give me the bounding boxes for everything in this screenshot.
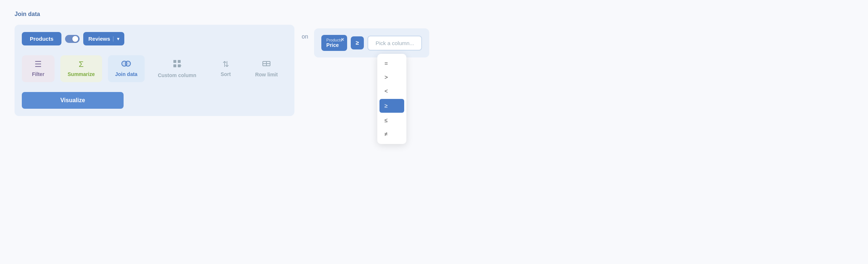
row-limit-tool[interactable]: Row limit (248, 55, 285, 83)
operator-button[interactable]: ≥ (351, 36, 364, 49)
filter-icon: ☰ (35, 60, 42, 68)
custom-column-tool[interactable]: + Custom column (150, 54, 204, 83)
chip-main-label: Price (326, 42, 339, 48)
products-button[interactable]: Products (22, 32, 61, 45)
custom-column-icon: + (173, 59, 181, 69)
sort-icon: ⇅ (222, 60, 229, 68)
summarize-tool[interactable]: Σ Summarize (60, 55, 102, 82)
products-price-chip[interactable]: Products Price ✕ (321, 35, 347, 51)
main-layout: Products Reviews ▾ ☰ Filter Σ Summarize (15, 25, 853, 116)
custom-column-label: Custom column (158, 72, 196, 78)
sort-label: Sort (221, 71, 231, 77)
svg-text:+: + (180, 64, 181, 68)
left-panel: Products Reviews ▾ ☰ Filter Σ Summarize (15, 25, 294, 116)
row-limit-label: Row limit (255, 72, 278, 77)
join-condition-area: Products Price ✕ ≥ Pick a column... = > … (314, 28, 429, 57)
reviews-chevron-icon: ▾ (113, 36, 119, 41)
joindata-tool[interactable]: Join data (108, 55, 145, 82)
tools-row: ☰ Filter Σ Summarize Join data (22, 54, 287, 83)
op-gt[interactable]: > (377, 71, 406, 84)
op-lt[interactable]: < (377, 84, 406, 98)
joindata-icon (121, 60, 131, 68)
on-label: on (302, 33, 308, 40)
page-title: Join data (15, 11, 853, 17)
visualize-button[interactable]: Visualize (22, 92, 124, 109)
filter-label: Filter (32, 71, 44, 77)
svg-rect-2 (173, 60, 176, 63)
chip-sub-label: Products (326, 38, 342, 42)
right-section: on Products Price ✕ ≥ Pick a column... =… (302, 25, 429, 57)
sort-tool[interactable]: ⇅ Sort (209, 55, 242, 82)
op-lte[interactable]: ≤ (377, 113, 406, 127)
row-limit-icon (262, 60, 271, 69)
op-eq[interactable]: = (377, 57, 406, 71)
svg-rect-4 (173, 64, 176, 67)
op-gte[interactable]: ≥ (379, 99, 404, 113)
summarize-icon: Σ (79, 60, 84, 68)
svg-point-1 (125, 61, 130, 66)
reviews-dropdown-button[interactable]: Reviews ▾ (83, 32, 124, 45)
reviews-label: Reviews (88, 36, 110, 42)
svg-rect-3 (178, 60, 181, 63)
summarize-label: Summarize (68, 71, 95, 77)
filter-tool[interactable]: ☰ Filter (22, 55, 55, 82)
pick-column-button[interactable]: Pick a column... (367, 36, 422, 51)
join-toggle[interactable] (65, 35, 80, 43)
chip-close-icon[interactable]: ✕ (341, 37, 344, 42)
op-neq[interactable]: ≠ (377, 127, 406, 141)
datasource-row: Products Reviews ▾ (22, 32, 287, 45)
operator-dropdown: = > < ≥ ≤ ≠ (377, 54, 406, 144)
joindata-label: Join data (115, 71, 137, 77)
